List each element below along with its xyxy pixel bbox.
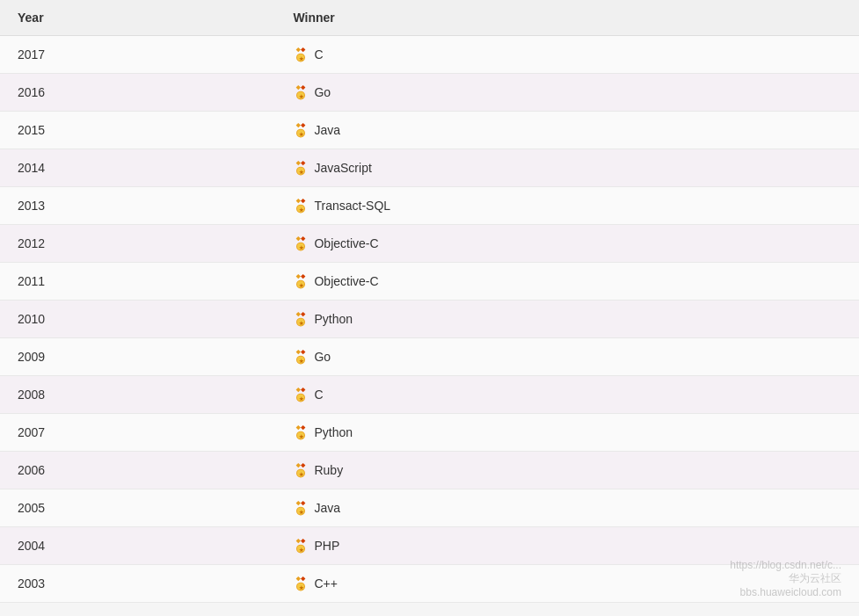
table-row: 2012 ★ Objective-C xyxy=(0,225,859,263)
year-cell: 2005 xyxy=(0,489,275,527)
year-cell: 2004 xyxy=(0,527,275,565)
table-header-row: Year Winner xyxy=(0,0,859,36)
winner-cell: ★ C xyxy=(275,36,859,74)
table-row: 2003 ★ C++ xyxy=(0,565,859,603)
svg-marker-41 xyxy=(301,350,305,354)
svg-marker-5 xyxy=(296,85,301,90)
winner-cell: ★ Java xyxy=(275,112,859,149)
winner-cell: ★ C++ xyxy=(275,565,859,603)
year-cell: 2006 xyxy=(0,452,275,489)
year-cell: 2016 xyxy=(0,74,275,112)
svg-marker-50 xyxy=(296,425,301,430)
medal-icon: ★ xyxy=(293,236,309,251)
medal-icon: ★ xyxy=(293,424,309,440)
table-row: 2006 ★ Ruby xyxy=(0,452,859,489)
table-row: 2005 ★ Java xyxy=(0,489,859,527)
year-cell: 2009 xyxy=(0,338,275,376)
medal-icon: ★ xyxy=(293,576,309,591)
year-cell: 2007 xyxy=(0,414,275,452)
table-row: 2017 ★ C xyxy=(0,36,859,74)
svg-marker-11 xyxy=(301,123,305,127)
year-cell: 2003 xyxy=(0,565,275,603)
svg-marker-0 xyxy=(296,47,301,52)
table-container: Year Winner 2017 ★ C2016 ★ Go2015 xyxy=(0,0,859,603)
svg-marker-51 xyxy=(301,425,305,430)
winner-name: Python xyxy=(314,312,353,326)
table-row: 2010 ★ Python xyxy=(0,301,859,338)
winner-name: Java xyxy=(314,123,340,137)
winner-cell: ★ Transact-SQL xyxy=(275,187,859,225)
winners-table: Year Winner 2017 ★ C2016 ★ Go2015 xyxy=(0,0,859,603)
winner-column-header: Winner xyxy=(275,0,859,36)
medal-icon: ★ xyxy=(293,500,309,516)
winner-name: Objective-C xyxy=(314,274,378,288)
medal-icon: ★ xyxy=(293,47,309,62)
winner-cell: ★ Python xyxy=(275,414,859,452)
year-column-header: Year xyxy=(0,0,275,36)
winner-name: Java xyxy=(314,501,340,515)
table-row: 2009 ★ Go xyxy=(0,338,859,376)
winner-name: Go xyxy=(314,350,331,364)
svg-marker-16 xyxy=(301,161,305,165)
table-row: 2007 ★ Python xyxy=(0,414,859,452)
medal-icon: ★ xyxy=(293,160,309,176)
medal-icon: ★ xyxy=(293,273,309,289)
svg-marker-36 xyxy=(301,312,305,316)
svg-marker-55 xyxy=(296,463,301,467)
svg-marker-61 xyxy=(301,501,305,505)
svg-marker-26 xyxy=(301,236,305,241)
winner-name: Python xyxy=(314,425,353,439)
winner-cell: ★ Go xyxy=(275,74,859,112)
medal-icon: ★ xyxy=(293,84,309,100)
winner-name: Objective-C xyxy=(314,236,378,250)
winner-name: C xyxy=(314,47,323,62)
year-cell: 2014 xyxy=(0,149,275,187)
svg-marker-10 xyxy=(296,123,301,127)
svg-marker-20 xyxy=(296,199,301,203)
winner-cell: ★ JavaScript xyxy=(275,149,859,187)
medal-icon: ★ xyxy=(293,538,309,554)
year-cell: 2017 xyxy=(0,36,275,74)
winner-cell: ★ Ruby xyxy=(275,452,859,489)
year-cell: 2012 xyxy=(0,225,275,263)
table-row: 2014 ★ JavaScript xyxy=(0,149,859,187)
svg-marker-15 xyxy=(296,161,301,165)
medal-icon: ★ xyxy=(293,387,309,402)
year-cell: 2010 xyxy=(0,301,275,338)
year-cell: 2015 xyxy=(0,112,275,149)
winner-name: C xyxy=(314,388,323,402)
svg-marker-46 xyxy=(301,388,305,392)
table-row: 2011 ★ Objective-C xyxy=(0,263,859,301)
svg-marker-56 xyxy=(301,463,305,467)
winner-name: Transact-SQL xyxy=(314,199,390,213)
winner-name: C++ xyxy=(314,576,337,591)
winner-cell: ★ Go xyxy=(275,338,859,376)
svg-marker-31 xyxy=(301,274,305,279)
winner-name: Go xyxy=(314,85,331,99)
svg-marker-30 xyxy=(296,274,301,279)
winner-name: JavaScript xyxy=(314,161,371,175)
svg-marker-65 xyxy=(296,539,301,543)
table-row: 2004 ★ PHP xyxy=(0,527,859,565)
year-cell: 2013 xyxy=(0,187,275,225)
svg-marker-60 xyxy=(296,501,301,505)
year-cell: 2008 xyxy=(0,376,275,414)
medal-icon: ★ xyxy=(293,122,309,138)
svg-marker-40 xyxy=(296,350,301,354)
medal-icon: ★ xyxy=(293,311,309,327)
winner-cell: ★ Objective-C xyxy=(275,263,859,301)
winner-cell: ★ PHP xyxy=(275,527,859,565)
table-row: 2015 ★ Java xyxy=(0,112,859,149)
svg-marker-21 xyxy=(301,199,305,203)
winner-name: Ruby xyxy=(314,463,343,477)
medal-icon: ★ xyxy=(293,349,309,365)
svg-marker-71 xyxy=(301,576,305,581)
year-cell: 2011 xyxy=(0,263,275,301)
table-row: 2016 ★ Go xyxy=(0,74,859,112)
winner-name: PHP xyxy=(314,539,339,553)
medal-icon: ★ xyxy=(293,462,309,478)
svg-marker-66 xyxy=(301,539,305,543)
svg-marker-1 xyxy=(301,47,305,52)
svg-marker-35 xyxy=(296,312,301,316)
table-row: 2013 ★ Transact-SQL xyxy=(0,187,859,225)
